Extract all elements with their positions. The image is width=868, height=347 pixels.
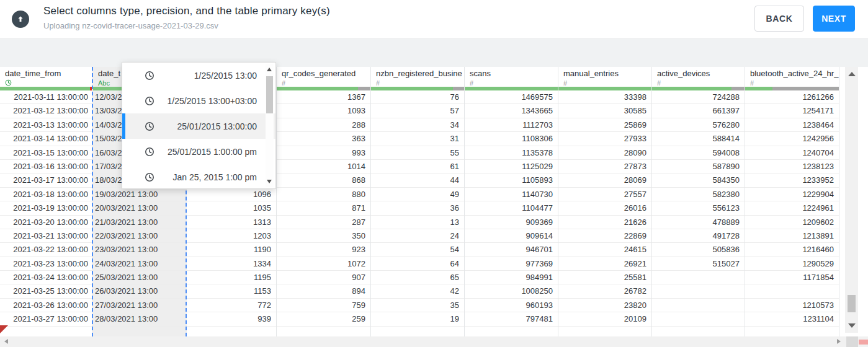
table-cell: 909614 [465, 229, 558, 243]
dropdown-option-4[interactable]: Jan 25, 2015 1:00 pm [122, 164, 275, 190]
column-bluetooth_active_24_hr_[interactable]: bluetooth_active_24_hr_#1261266125417112… [745, 67, 839, 336]
vertical-scroll-thumb[interactable] [848, 295, 856, 312]
table-cell: 993 [277, 146, 370, 160]
dropdown-options: 1/25/2015 13:001/25/2015 13:00+03:0025/0… [122, 63, 275, 190]
scroll-right-arrow[interactable] [837, 339, 841, 344]
column-nzbn_registered_busine[interactable]: nzbn_registered_busine#76573431556144493… [371, 67, 465, 336]
table-cell [745, 284, 839, 298]
table-cell: 2021-03-26 13:00:00 [0, 299, 92, 312]
table-cell: 556123 [652, 201, 745, 215]
table-cell: 1153 [186, 284, 276, 298]
dropdown-option-0[interactable]: 1/25/2015 13:00 [122, 63, 275, 88]
table-cell: 1190 [186, 243, 276, 257]
table-cell: 1195 [186, 271, 276, 284]
table-cell: 28/03/2021 13:00 [93, 312, 186, 326]
next-button[interactable]: NEXT [813, 6, 855, 32]
table-cell: 27873 [558, 160, 651, 174]
table-cell: 1105893 [465, 174, 558, 187]
datetime-format-dropdown: 1/25/2015 13:001/25/2015 13:00+03:0025/0… [122, 62, 276, 189]
table-cell: 2021-03-23 13:00:00 [0, 257, 92, 271]
column-header-label: active_devices [652, 67, 745, 79]
dropdown-option-3[interactable]: 25/01/2015 1:00:00 pm [122, 139, 275, 164]
column-header-label: date_time_from [0, 67, 92, 79]
table-cell: 880 [277, 188, 370, 201]
table-cell: 2021-03-19 13:00:00 [0, 201, 92, 215]
table-cell: 22/03/2021 13:00 [93, 229, 186, 243]
table-cell: 1093 [277, 104, 370, 118]
table-cell: 1313 [186, 216, 276, 229]
clock-icon [145, 121, 154, 131]
table-cell: 2021-03-22 13:00:00 [0, 243, 92, 257]
table-cell: 661397 [652, 104, 745, 118]
column-header-label: scans [465, 67, 558, 79]
table-cell: 1290529 [745, 257, 839, 271]
clock-icon [5, 79, 12, 86]
column-active_devices[interactable]: active_devices#7242886613975762805884145… [652, 67, 745, 336]
text-type-glyph: Abc [98, 79, 110, 87]
column-type-indicator [0, 79, 92, 87]
dropdown-scroll-down-arrow[interactable] [267, 180, 272, 183]
table-cell: 363 [277, 132, 370, 146]
row-overflow-marker [0, 325, 8, 333]
column-manual_entries[interactable]: manual_entries#3339830585258692793328090… [558, 67, 652, 336]
back-button[interactable]: BACK [754, 6, 804, 32]
table-cell: 2021-03-20 13:00:00 [0, 216, 92, 229]
table-cell: 1224961 [745, 201, 839, 215]
table-cell: 939 [186, 312, 276, 326]
table-cell: 2021-03-15 13:00:00 [0, 146, 92, 160]
column-scans[interactable]: scans#1469575134366511127031108306113537… [465, 67, 558, 336]
csv-import-wizard: Select columns type, precision, and the … [0, 0, 868, 347]
table-cell: 1238123 [745, 160, 839, 174]
column-type-indicator: # [371, 79, 464, 87]
horizontal-scrollbar[interactable] [0, 336, 868, 347]
vertical-scrollbar[interactable] [845, 67, 858, 333]
table-cell: 42 [371, 284, 464, 298]
table-cell: 1171854 [745, 271, 839, 284]
table-cell: 1254171 [745, 104, 839, 118]
dropdown-scroll-thumb[interactable] [266, 76, 273, 113]
table-cell: 1233952 [745, 174, 839, 187]
table-cell: 759 [277, 299, 370, 312]
table-cell: 65 [371, 271, 464, 284]
dropdown-scrollbar[interactable] [266, 64, 274, 187]
scroll-left-arrow[interactable] [4, 339, 8, 344]
table-cell: 724288 [652, 90, 745, 104]
table-cell: 30585 [558, 104, 651, 118]
scroll-down-arrow[interactable] [848, 323, 856, 328]
table-cell: 26016 [558, 201, 651, 215]
table-cell: 594008 [652, 146, 745, 160]
dropdown-option-2[interactable]: 25/01/2015 13:00:00 [122, 113, 275, 139]
table-cell: 1334 [186, 257, 276, 271]
column-date_time_from[interactable]: date_time_from2021-03-11 13:00:002021-03… [0, 67, 93, 336]
table-cell: 13 [371, 216, 464, 229]
table-cell: 1367 [277, 90, 370, 104]
column-type-indicator: # [465, 79, 558, 87]
table-cell: 894 [277, 284, 370, 298]
table-cell: 27557 [558, 188, 651, 201]
scroll-up-arrow[interactable] [848, 72, 856, 76]
clock-icon [145, 71, 154, 81]
table-cell: 1108306 [465, 132, 558, 146]
horizontal-scroll-thumb[interactable] [859, 340, 868, 345]
table-cell: 960193 [465, 299, 558, 312]
table-cell: 1014 [277, 160, 370, 174]
table-cell: 25869 [558, 118, 651, 132]
column-type-indicator: # [558, 79, 651, 87]
arrow-up-icon [16, 15, 25, 24]
dropdown-option-1[interactable]: 1/25/2015 13:00+03:00 [122, 88, 275, 113]
table-cell: 288 [277, 118, 370, 132]
dropdown-scroll-up-arrow[interactable] [267, 68, 272, 71]
table-cell: 2021-03-17 13:00:00 [0, 174, 92, 187]
table-cell: 20109 [558, 312, 651, 326]
table-cell: 1213891 [745, 229, 839, 243]
upload-icon [12, 11, 29, 28]
column-header-label: bluetooth_active_24_hr_ [745, 67, 839, 79]
table-cell [652, 284, 745, 298]
table-cell: 28090 [558, 146, 651, 160]
table-cell: 350 [277, 229, 370, 243]
table-cell: 491728 [652, 229, 745, 243]
column-type-indicator: # [745, 79, 839, 87]
column-qr_codes_generated[interactable]: qr_codes_generated#136710932883639931014… [277, 67, 371, 336]
dropdown-option-label: 25/01/2015 1:00:00 pm [154, 147, 257, 157]
table-cell: 515027 [652, 257, 745, 271]
